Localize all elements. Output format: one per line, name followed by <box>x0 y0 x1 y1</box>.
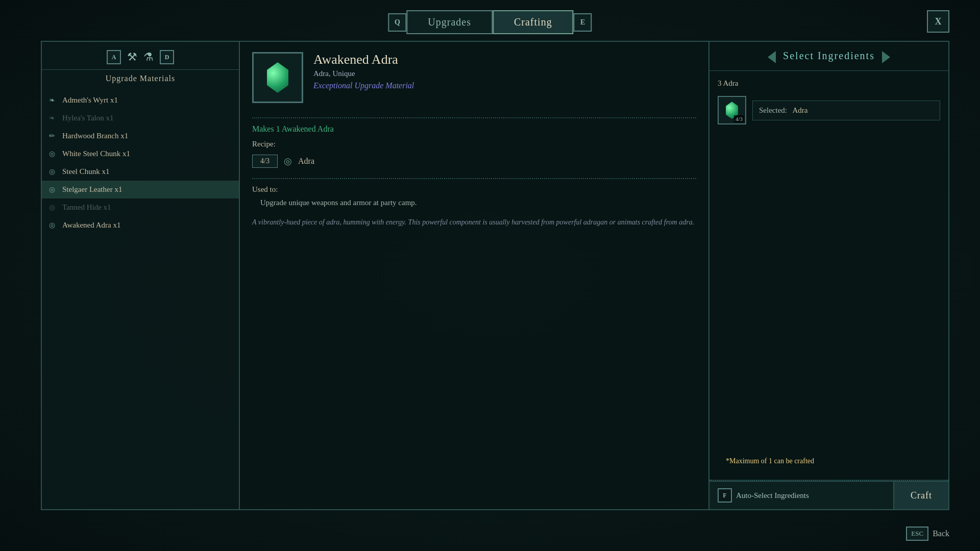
makes-label: Makes 1 Awakened Adra <box>252 124 696 134</box>
main-container: Q Upgrades Crafting E X A ⚒ ⚗ D Upgrade … <box>0 0 980 551</box>
ingredients-area: 3 Adra 4/3 Selected: Adra *Maximum of <box>709 71 948 480</box>
list-item[interactable]: ✏ Hardwood Branch x1 <box>42 127 239 145</box>
selected-value: Adra <box>792 106 807 114</box>
max-craft-text: *Maximum of <box>726 457 767 465</box>
item-icon: ✏ <box>49 132 58 140</box>
item-icon: ❧ <box>49 96 58 105</box>
f-key: F <box>718 488 732 503</box>
recipe-ingredient-name: Adra <box>298 157 314 166</box>
divider <box>252 178 696 179</box>
list-item[interactable]: ◎ Steel Chunk x1 <box>42 163 239 181</box>
a-key[interactable]: A <box>107 50 121 64</box>
auto-select-button[interactable]: F Auto-Select Ingredients <box>709 482 894 509</box>
left-panel-title: Upgrade Materials <box>42 70 239 89</box>
ingredient-image: 4/3 <box>718 96 746 124</box>
list-item: ❧ Hylea's Talon x1 <box>42 109 239 127</box>
right-panel: Select Ingredients 3 Adra 4/3 Selected: … <box>709 41 949 510</box>
mortar-icon: ⚗ <box>143 51 154 64</box>
item-icon: ◎ <box>49 203 58 212</box>
divider <box>252 117 696 118</box>
triangle-left-icon <box>768 51 776 63</box>
max-craft-note: *Maximum of 1 can be crafted <box>718 453 940 471</box>
bottom-bar: ESC Back <box>906 527 949 541</box>
recipe-count: 4/3 <box>252 155 278 168</box>
left-panel: A ⚒ ⚗ D Upgrade Materials ❧ Admeth's Wyr… <box>41 41 240 510</box>
item-icon: ❧ <box>49 114 58 122</box>
item-icon: ◎ <box>49 167 58 176</box>
ingredient-row: 4/3 Selected: Adra <box>718 96 940 124</box>
e-key[interactable]: E <box>574 13 592 32</box>
auto-select-label: Auto-Select Ingredients <box>736 491 809 500</box>
left-panel-header: A ⚒ ⚗ D <box>42 42 239 70</box>
recipe-adra-icon: ◎ <box>284 156 292 167</box>
item-quality: Exceptional Upgrade Material <box>313 81 696 90</box>
triangle-right-icon <box>882 51 890 63</box>
used-to-text: Upgrade unique weapons and armor at part… <box>252 197 696 209</box>
back-label: Back <box>933 529 949 538</box>
recipe-row: 4/3 ◎ Adra <box>252 155 696 168</box>
tab-upgrades[interactable]: Upgrades <box>406 10 493 34</box>
selected-label: Selected: <box>759 106 787 114</box>
item-icon: ◎ <box>49 149 58 158</box>
flavor-text: A vibrantly-hued piece of adra, humming … <box>252 217 696 228</box>
item-type: Adra, Unique <box>313 69 696 78</box>
ingredient-badge: 4/3 <box>734 115 744 122</box>
list-item-stelgaer[interactable]: ◎ Stelgaer Leather x1 <box>42 181 239 198</box>
panels-container: A ⚒ ⚗ D Upgrade Materials ❧ Admeth's Wyr… <box>41 41 949 510</box>
right-panel-title: Select Ingredients <box>783 50 875 61</box>
spacer <box>718 129 940 449</box>
mid-panel: Awakened Adra Adra, Unique Exceptional U… <box>240 41 709 510</box>
item-icon: ◎ <box>49 185 58 194</box>
used-to-label: Used to: <box>252 185 696 194</box>
ingredient-count-label: 3 Adra <box>718 79 940 88</box>
craft-button[interactable]: Craft <box>894 482 948 509</box>
item-header: Awakened Adra Adra, Unique Exceptional U… <box>252 52 696 103</box>
top-nav: Q Upgrades Crafting E <box>388 10 592 34</box>
q-key[interactable]: Q <box>388 13 406 32</box>
adra-gem-icon <box>262 62 293 93</box>
max-craft-suffix: can be crafted <box>774 457 815 465</box>
right-panel-footer: F Auto-Select Ingredients Craft <box>709 481 948 509</box>
tab-crafting[interactable]: Crafting <box>493 10 574 34</box>
item-name: Awakened Adra <box>313 52 696 67</box>
esc-key: ESC <box>906 527 928 541</box>
close-button[interactable]: X <box>927 10 949 33</box>
item-list: ❧ Admeth's Wyrt x1 ❧ Hylea's Talon x1 ✏ … <box>42 89 239 509</box>
item-icon: ◎ <box>49 221 58 230</box>
anvil-icon: ⚒ <box>127 51 137 64</box>
item-image <box>252 52 303 103</box>
list-item[interactable]: ◎ White Steel Chunk x1 <box>42 145 239 163</box>
list-item: ◎ Tanned Hide x1 <box>42 198 239 216</box>
recipe-label: Recipe: <box>252 140 696 148</box>
d-key[interactable]: D <box>160 50 174 64</box>
item-info: Awakened Adra Adra, Unique Exceptional U… <box>313 52 696 90</box>
list-item-awakened[interactable]: ◎ Awakened Adra x1 <box>42 216 239 234</box>
ingredient-name-box: Selected: Adra <box>752 101 940 120</box>
max-craft-number: 1 <box>769 457 772 465</box>
right-panel-header: Select Ingredients <box>709 42 948 71</box>
list-item[interactable]: ❧ Admeth's Wyrt x1 <box>42 91 239 109</box>
